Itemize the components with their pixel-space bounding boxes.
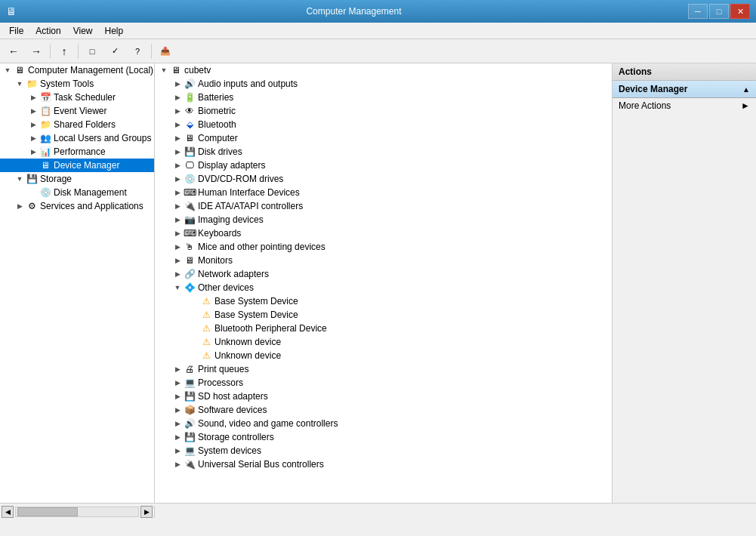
tree-unknown-2[interactable]: ⚠ Unknown device [155,349,612,362]
bluetooth-expander[interactable]: ▶ [171,119,184,131]
tree-imaging[interactable]: ▶ 📷 Imaging devices [155,213,612,226]
tree-other-devices[interactable]: ▼ 💠 Other devices [155,281,612,294]
root-icon: 🖥 [14,64,26,76]
shared-folders-icon: 📁 [39,119,51,131]
tree-storage[interactable]: ▼ 💾 Storage [0,172,154,186]
dvd-expander[interactable]: ▶ [171,173,184,185]
tree-bluetooth[interactable]: ▶ ⬙ Bluetooth [155,118,612,131]
keyboards-expander[interactable]: ▶ [171,227,184,239]
ide-expander[interactable]: ▶ [171,200,184,212]
tree-display-adapters[interactable]: ▶ 🖵 Display adapters [155,159,612,172]
menu-file[interactable]: File [3,24,29,38]
tree-mice[interactable]: ▶ 🖱 Mice and other pointing devices [155,240,612,254]
tree-root[interactable]: ▼ 🖥 Computer Management (Local) [0,63,154,77]
tree-software-devices[interactable]: ▶ 📦 Software devices [155,403,612,417]
hid-expander[interactable]: ▶ [171,186,184,199]
actions-section-label: Device Manager [619,84,687,94]
tree-sd-host[interactable]: ▶ 💾 SD host adapters [155,390,612,403]
sd-expander[interactable]: ▶ [171,390,184,402]
monitors-expander[interactable]: ▶ [171,254,184,266]
minimize-button[interactable]: ─ [688,4,708,19]
task-scheduler-expander[interactable]: ▶ [27,91,39,103]
tree-base-system-2[interactable]: ⚠ Base System Device [155,308,612,322]
maximize-button[interactable]: □ [709,4,729,19]
sound-icon: 🔊 [184,417,196,430]
horizontal-scrollbar[interactable] [15,507,139,517]
network-expander[interactable]: ▶ [171,268,184,280]
shared-folders-expander[interactable]: ▶ [27,119,39,131]
tree-device-manager[interactable]: 🖥 Device Manager [0,159,154,172]
export-button[interactable]: 📤 [155,42,176,61]
more-actions-item[interactable]: More Actions ► [613,98,756,113]
tree-cubetv[interactable]: ▼ 🖥 cubetv [155,63,612,77]
back-button[interactable]: ← [3,42,24,61]
proc-expander[interactable]: ▶ [171,377,184,389]
storage-expander[interactable]: ▼ [14,173,26,185]
local-users-expander[interactable]: ▶ [27,132,39,144]
sys-dev-expander[interactable]: ▶ [171,445,184,457]
sw-expander[interactable]: ▶ [171,404,184,416]
tree-print-queues[interactable]: ▶ 🖨 Print queues [155,362,612,376]
tree-services[interactable]: ▶ ⚙ Services and Applications [0,199,154,213]
tree-event-viewer[interactable]: ▶ 📋 Event Viewer [0,104,154,118]
tree-computer[interactable]: ▶ 🖥 Computer [155,131,612,145]
menu-help[interactable]: Help [99,24,130,38]
biometric-expander[interactable]: ▶ [171,105,184,117]
tree-unknown-1[interactable]: ⚠ Unknown device [155,335,612,349]
scroll-right-button[interactable]: ▶ [140,506,153,518]
other-devices-expander[interactable]: ▼ [171,282,184,294]
tree-biometric[interactable]: ▶ 👁 Biometric [155,104,612,118]
tree-keyboards[interactable]: ▶ ⌨ Keyboards [155,226,612,240]
cubetv-expander[interactable]: ▼ [158,64,170,76]
tree-dvd[interactable]: ▶ 💿 DVD/CD-ROM drives [155,172,612,186]
tree-task-scheduler[interactable]: ▶ 📅 Task Scheduler [0,91,154,104]
tree-audio[interactable]: ▶ 🔊 Audio inputs and outputs [155,77,612,91]
computer-expander[interactable]: ▶ [171,132,184,144]
imaging-expander[interactable]: ▶ [171,214,184,226]
performance-expander[interactable]: ▶ [27,146,39,158]
tree-shared-folders[interactable]: ▶ 📁 Shared Folders [0,118,154,131]
tree-system-tools[interactable]: ▼ 📁 System Tools [0,77,154,91]
menu-view[interactable]: View [67,24,99,38]
services-expander[interactable]: ▶ [14,200,26,212]
scroll-left-button[interactable]: ◀ [2,506,14,518]
up-button[interactable]: ↑ [54,42,75,61]
menu-action[interactable]: Action [29,24,66,38]
tree-ide[interactable]: ▶ 🔌 IDE ATA/ATAPI controllers [155,199,612,213]
mice-expander[interactable]: ▶ [171,241,184,253]
print-expander[interactable]: ▶ [171,363,184,375]
usb-expander[interactable]: ▶ [171,458,184,470]
audio-expander[interactable]: ▶ [171,78,184,90]
tree-hid[interactable]: ▶ ⌨ Human Interface Devices [155,186,612,199]
disk-drives-expander[interactable]: ▶ [171,146,184,158]
tree-disk-drives[interactable]: ▶ 💾 Disk drives [155,145,612,159]
display-adapters-expander[interactable]: ▶ [171,159,184,171]
tree-storage-ctrl[interactable]: ▶ 💾 Storage controllers [155,430,612,444]
actions-section[interactable]: Device Manager ▲ [613,81,756,98]
help-button[interactable]: ? [127,42,148,61]
storage-ctrl-expander[interactable]: ▶ [171,431,184,443]
tree-disk-management[interactable]: 💿 Disk Management [0,186,154,199]
forward-button[interactable]: → [26,42,47,61]
batteries-expander[interactable]: ▶ [171,91,184,103]
tree-network-adapters[interactable]: ▶ 🔗 Network adapters [155,267,612,281]
tree-processors[interactable]: ▶ 💻 Processors [155,376,612,390]
tree-system-devices[interactable]: ▶ 💻 System devices [155,444,612,457]
tree-monitors[interactable]: ▶ 🖥 Monitors [155,254,612,267]
show-hide-button[interactable]: □ [82,42,103,61]
tree-local-users[interactable]: ▶ 👥 Local Users and Groups [0,131,154,145]
close-button[interactable]: ✕ [730,4,750,19]
event-viewer-expander[interactable]: ▶ [27,105,39,117]
sound-expander[interactable]: ▶ [171,417,184,430]
tree-usb[interactable]: ▶ 🔌 Universal Serial Bus controllers [155,457,612,471]
system-tools-expander[interactable]: ▼ [14,78,26,90]
root-expander[interactable]: ▼ [2,64,14,76]
properties-button[interactable]: ✓ [104,42,125,61]
tree-performance[interactable]: ▶ 📊 Performance [0,145,154,159]
scrollbar-thumb[interactable] [17,507,78,516]
tree-base-system-1[interactable]: ⚠ Base System Device [155,294,612,308]
device-manager-expander[interactable] [27,159,39,171]
tree-batteries[interactable]: ▶ 🔋 Batteries [155,91,612,104]
tree-sound[interactable]: ▶ 🔊 Sound, video and game controllers [155,417,612,430]
tree-bt-peripheral[interactable]: ⚠ Bluetooth Peripheral Device [155,322,612,335]
